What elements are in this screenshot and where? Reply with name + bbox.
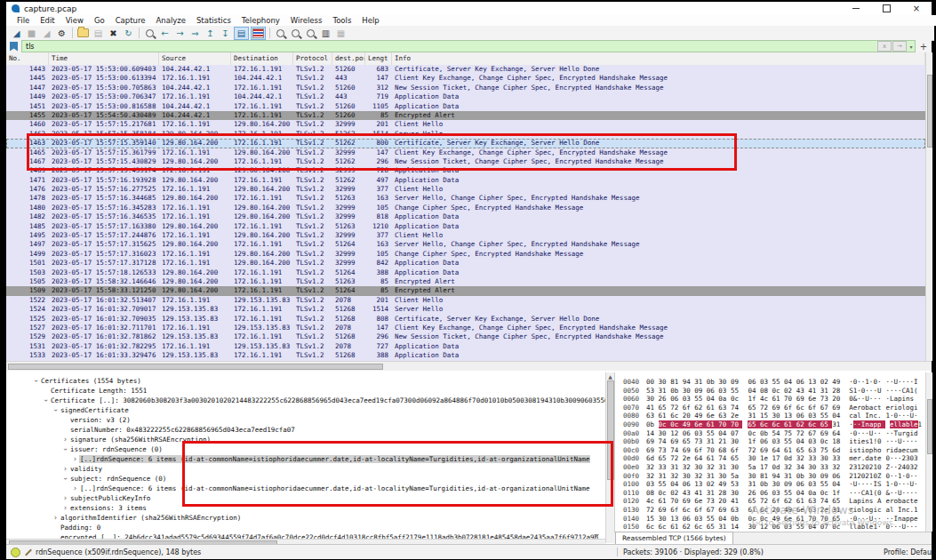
chevron-collapsed-icon[interactable]: › xyxy=(71,484,79,493)
detail-line[interactable]: serialNumber: 0x483222255c622868856965d0… xyxy=(61,425,296,435)
status-profile[interactable]: Profile: Defau xyxy=(884,548,932,556)
packet-row-1527[interactable]: 15272023-05-17 16:01:32.711701172.16.1.1… xyxy=(6,324,925,332)
detail-line[interactable]: version: v3 (2) xyxy=(61,415,132,425)
detail-line[interactable]: ›subject: rdnSequence (0) xyxy=(61,474,167,484)
packet-list-hscroll-thumb[interactable] xyxy=(8,364,383,370)
packet-row-1505[interactable]: 15052023-05-17 15:58:32.146646129.80.164… xyxy=(6,277,925,286)
filter-dropdown-icon[interactable]: ▾ xyxy=(908,44,915,50)
packet-row-1524[interactable]: 15242023-05-17 16:01:32.709017129.153.13… xyxy=(6,305,925,314)
chevron-expanded-icon[interactable]: › xyxy=(31,377,41,385)
packet-row-1476[interactable]: 14762023-05-17 15:57:16.277525172.16.1.1… xyxy=(6,185,925,194)
filter-clear-button[interactable]: x xyxy=(877,41,892,52)
go-first-packet-icon[interactable]: ↥ xyxy=(204,28,217,39)
packet-row-1460[interactable]: 14602023-05-17 15:57:15.217681172.16.1.1… xyxy=(6,120,925,129)
hex-row-0110[interactable]: 011008 0c 02 43 41 31 28 30 26 06 03 55 … xyxy=(623,489,918,498)
hex-row-0060[interactable]: 006030 26 06 03 55 04 0a 0c 1f 4c 61 70 … xyxy=(623,395,918,404)
minimize-button[interactable] xyxy=(841,3,871,15)
detail-line[interactable]: ›validity xyxy=(61,464,103,474)
detail-line[interactable]: ›[..]rdnSequence: 6 items (id-at-commonN… xyxy=(71,454,590,464)
menu-item-edit[interactable]: Edit xyxy=(35,16,60,25)
colorize-icon[interactable] xyxy=(251,27,266,40)
packet-row-1497[interactable]: 14972023-05-17 15:57:17.315625129.80.164… xyxy=(6,240,925,249)
chevron-collapsed-icon[interactable]: › xyxy=(61,464,69,474)
menu-item-help[interactable]: Help xyxy=(356,16,384,25)
detail-line[interactable]: ›Certificate [..]: 3082060b308203f3a0030… xyxy=(42,396,605,405)
filter-apply-button[interactable]: → xyxy=(892,41,907,52)
capture-options-icon[interactable]: ⚙ xyxy=(55,28,68,39)
chevron-expanded-icon[interactable]: › xyxy=(51,406,60,414)
hex-row-0080[interactable]: 008063 61 6c 20 49 6e 63 2e 31 15 30 13 … xyxy=(623,412,918,420)
capture-comment-icon[interactable] xyxy=(25,548,32,556)
hex-vscroll-thumb[interactable] xyxy=(927,399,932,454)
detail-line[interactable]: encrypted [..]: 24b6dcc341adad5579c5d693… xyxy=(52,532,599,539)
zoom-100-icon[interactable] xyxy=(304,28,317,39)
menu-item-telephony[interactable]: Telephony xyxy=(236,16,285,25)
chevron-collapsed-icon[interactable]: › xyxy=(61,435,69,444)
packet-list-vscroll-thumb[interactable] xyxy=(927,75,932,148)
packet-row-1509[interactable]: 15092023-05-17 15:58:33.121250129.80.164… xyxy=(6,286,925,295)
chevron-expanded-icon[interactable]: › xyxy=(60,445,70,453)
packet-row-1478[interactable]: 14782023-05-17 15:57:16.344685129.80.164… xyxy=(6,194,925,203)
filter-add-button[interactable]: + xyxy=(918,41,929,52)
detail-line[interactable]: ›signature (sha256WithRSAEncryption) xyxy=(61,435,212,444)
hex-row-00d0[interactable]: 00d06d 65 72 2e 64 61 74 65 30 1e 17 0d … xyxy=(623,454,918,463)
detail-line[interactable]: Certificate Length: 1551 xyxy=(42,386,148,396)
menu-item-capture[interactable]: Capture xyxy=(110,16,151,25)
column-header-time[interactable]: Time xyxy=(49,52,159,65)
packet-list-vscrollbar[interactable] xyxy=(925,52,932,361)
find-packet-icon[interactable] xyxy=(143,28,156,39)
hex-row-0050[interactable]: 005053 31 0b 30 09 06 03 55 04 08 0c 02 … xyxy=(623,387,918,396)
hex-row-0040[interactable]: 004000 30 81 94 31 0b 30 09 06 03 55 04 … xyxy=(623,378,918,387)
packet-row-1531[interactable]: 15312023-05-17 16:01:32.782295172.16.1.1… xyxy=(6,342,925,351)
detail-line[interactable]: ›extensions: 3 items xyxy=(61,503,148,513)
packet-row-1503[interactable]: 15032023-05-17 15:57:18.126533129.80.164… xyxy=(6,268,925,277)
packet-row-1522[interactable]: 15222023-05-17 16:01:32.513407172.16.1.1… xyxy=(6,296,925,305)
packet-row-1447[interactable]: 14472023-05-17 15:53:00.705863104.244.42… xyxy=(6,84,925,92)
menu-item-file[interactable]: File xyxy=(12,16,35,25)
packet-row-1485[interactable]: 14852023-05-17 15:57:17.163380129.80.164… xyxy=(6,222,925,231)
hex-row-0100[interactable]: 010003 55 04 06 13 02 49 53 31 0b 30 09 … xyxy=(623,480,918,489)
column-header-source[interactable]: Source xyxy=(159,52,231,65)
menu-item-tools[interactable]: Tools xyxy=(327,16,356,25)
expert-info-icon[interactable] xyxy=(11,548,20,557)
hex-row-0150[interactable]: 01506c 6c 61 62 6c 65 31 14 30 12 06 03 … xyxy=(623,523,918,532)
column-header-info[interactable]: Info xyxy=(392,52,925,65)
hex-row-00a0[interactable]: 00a014 30 12 06 03 55 04 07 0c 0b 54 75 … xyxy=(623,429,918,438)
detail-line[interactable]: ›[..]rdnSequence: 6 items (id-at-commonN… xyxy=(71,484,590,493)
byte-view-tab[interactable]: Reassembled TCP (1566 bytes) xyxy=(615,532,733,544)
save-file-icon[interactable]: ▤ xyxy=(92,28,105,39)
packet-row-1482[interactable]: 14822023-05-17 15:57:16.346535172.16.1.1… xyxy=(6,212,925,221)
menu-item-go[interactable]: Go xyxy=(89,16,110,25)
packet-row-1495[interactable]: 14952023-05-17 15:57:17.244876172.16.1.1… xyxy=(6,231,925,240)
packet-row-1499[interactable]: 14992023-05-17 15:57:17.316023172.16.1.1… xyxy=(6,250,925,259)
detail-line[interactable]: ›subjectPublicKeyInfo xyxy=(61,493,151,503)
packet-row-1467[interactable]: 14672023-05-17 15:57:15.430829129.80.164… xyxy=(6,157,925,166)
packet-row-1455[interactable]: 14552023-05-17 15:54:50.430489104.244.42… xyxy=(6,111,925,120)
detail-line[interactable]: Padding: 0 xyxy=(52,523,101,532)
go-to-packet-icon[interactable]: ⇒ xyxy=(188,28,202,39)
packet-list-hscrollbar[interactable] xyxy=(6,361,932,371)
packet-row-1443[interactable]: 14432023-05-17 15:53:00.609403104.244.42… xyxy=(6,65,925,74)
hex-row-00c0[interactable]: 00c069 73 74 69 6f 70 68 6f 72 69 64 61 … xyxy=(623,446,918,455)
packet-row-1533[interactable]: 15332023-05-17 16:01:33.329476129.153.13… xyxy=(6,351,925,360)
chevron-expanded-icon[interactable]: › xyxy=(41,396,51,404)
zoom-in-icon[interactable] xyxy=(274,28,287,39)
details-vscroll-thumb[interactable] xyxy=(607,380,614,480)
zoom-out-icon[interactable] xyxy=(289,28,302,39)
go-back-icon[interactable]: ← xyxy=(158,28,172,39)
column-header-dest-port[interactable]: dest.port xyxy=(332,52,365,65)
resize-columns-icon[interactable]: ▥ xyxy=(319,28,332,39)
start-capture-icon[interactable]: ◢ xyxy=(10,28,23,39)
packet-row-1480[interactable]: 14802023-05-17 15:57:16.345283172.16.1.1… xyxy=(6,204,925,212)
packet-row-1465[interactable]: 14652023-05-17 15:57:15.361799172.16.1.1… xyxy=(6,148,925,157)
column-header-no-[interactable]: No. xyxy=(6,52,49,65)
hex-row-0120[interactable]: 01204c 61 70 69 6e 73 20 41 65 72 6f 62 … xyxy=(623,497,918,506)
chevron-collapsed-icon[interactable]: › xyxy=(52,513,60,523)
filter-bookmark-icon[interactable] xyxy=(10,42,18,52)
open-file-icon[interactable] xyxy=(76,28,90,39)
hex-row-0140[interactable]: 014015 30 13 06 03 55 04 0b 0c 0c 49 6e … xyxy=(623,515,918,524)
hex-row-00b0[interactable]: 00b069 74 69 65 73 31 21 30 1f 06 03 55 … xyxy=(623,437,918,446)
detail-line[interactable]: ›algorithmIdentifier (sha256WithRSAEncry… xyxy=(52,513,242,523)
display-filter-input[interactable]: tls x → ▾ xyxy=(21,40,916,52)
detail-line[interactable]: ›signedCertificate xyxy=(52,405,130,415)
